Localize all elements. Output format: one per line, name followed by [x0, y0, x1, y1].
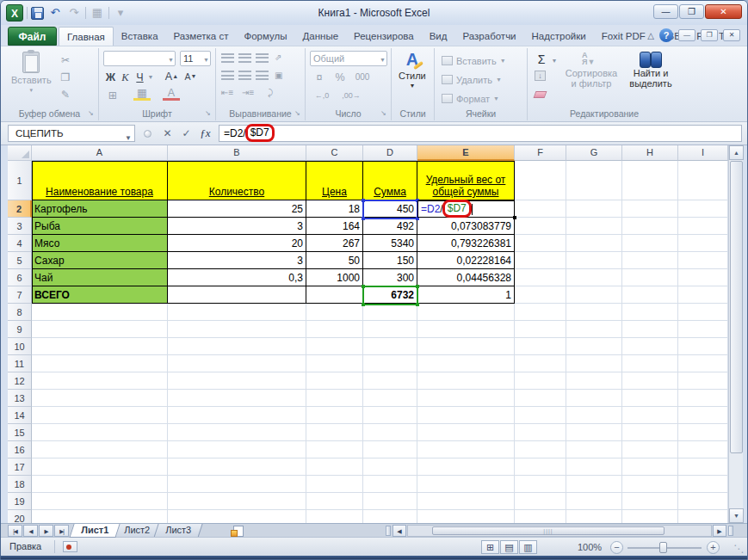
align-bottom-icon[interactable] — [256, 53, 269, 63]
cell-D7[interactable]: 6732 — [363, 286, 417, 304]
ribbon-tab-разметка-ст[interactable]: Разметка ст — [166, 27, 237, 46]
ribbon-tab-надстройки[interactable]: Надстройки — [524, 27, 594, 46]
cell-B3[interactable]: 3 — [168, 218, 306, 235]
font-color-button[interactable]: А — [163, 88, 180, 101]
hscroll-left-button[interactable]: ◀ — [393, 525, 406, 537]
vertical-scrollbar[interactable]: ▲ ▼ — [728, 145, 743, 523]
column-header-i[interactable]: I — [678, 145, 728, 161]
row-header-20[interactable]: 20 — [8, 510, 32, 523]
ribbon-tab-главная[interactable]: Главная — [59, 27, 114, 46]
formula-bar-splitter[interactable] — [144, 130, 151, 138]
minimize-button[interactable]: — — [653, 4, 678, 19]
autosum-dropdown[interactable]: ▼ — [551, 53, 558, 69]
workbook-restore-button[interactable]: ❐ — [701, 29, 718, 41]
zoom-in-button[interactable]: + — [707, 541, 720, 554]
workbook-close-button[interactable]: ✕ — [723, 29, 740, 41]
column-header-e[interactable]: E — [417, 145, 515, 161]
row-header-12[interactable]: 12 — [8, 372, 32, 390]
accounting-format-button[interactable]: ¤ — [311, 70, 328, 85]
column-header-c[interactable]: C — [306, 145, 363, 161]
align-left-icon[interactable] — [221, 71, 234, 80]
name-box[interactable]: СЦЕПИТЬ▼ — [8, 125, 135, 142]
cell-A4[interactable]: Мясо — [32, 235, 168, 252]
italic-button[interactable]: К — [119, 70, 132, 85]
cell-E4[interactable]: 0,793226381 — [417, 235, 515, 252]
sheet-tab-лист1[interactable]: Лист1 — [69, 524, 120, 538]
row-header-4[interactable]: 4 — [8, 235, 32, 252]
autosum-button[interactable]: Σ — [533, 52, 550, 67]
fill-button[interactable]: ↓ — [535, 71, 546, 81]
cell-C1[interactable]: Цена — [306, 161, 363, 200]
save-button[interactable] — [31, 7, 44, 20]
fill-color-button[interactable]: ▦ — [133, 88, 151, 101]
increase-decimal-button[interactable]: ←,0 — [311, 88, 333, 103]
copy-button[interactable]: ❐ — [58, 71, 73, 85]
cell-E7[interactable]: 1 — [417, 286, 515, 304]
row-header-1[interactable]: 1 — [8, 161, 32, 200]
align-middle-icon[interactable] — [238, 53, 251, 63]
sheet-tab-лист3[interactable]: Лист3 — [154, 524, 203, 538]
cell-C5[interactable]: 50 — [306, 252, 363, 269]
normal-view-button[interactable]: ⊞ — [481, 540, 499, 554]
close-button[interactable]: ✕ — [705, 4, 742, 19]
column-header-g[interactable]: G — [566, 145, 622, 161]
zoom-out-button[interactable]: − — [610, 541, 623, 554]
tab-split-handle[interactable] — [386, 526, 391, 536]
ribbon-tab-foxit-pdf[interactable]: Foxit PDF — [594, 27, 653, 46]
help-icon[interactable]: ? — [659, 28, 673, 42]
decrease-decimal-button[interactable]: ,00→ — [338, 88, 364, 103]
align-center-icon[interactable] — [238, 71, 251, 80]
cell-B1[interactable]: Количество — [168, 161, 306, 200]
ribbon-tab-вставка[interactable]: Вставка — [114, 27, 166, 46]
collapse-ribbon-icon[interactable]: △ — [647, 31, 654, 40]
zoom-level[interactable]: 100% — [578, 542, 602, 552]
sort-filter-button[interactable]: АЯ▼ Сортировка и фильтр — [564, 52, 619, 89]
cell-B7[interactable] — [168, 286, 306, 304]
ribbon-tab-разработчи[interactable]: Разработчи — [455, 27, 524, 46]
wrap-text-button[interactable]: ⤸ — [268, 88, 273, 98]
file-tab[interactable]: Файл — [8, 27, 57, 46]
underline-button[interactable]: Ч — [133, 70, 146, 85]
insert-cells-button[interactable]: Вставить ▼ — [442, 53, 506, 68]
underline-dropdown[interactable]: ▼ — [147, 70, 154, 85]
row-header-14[interactable]: 14 — [8, 407, 32, 424]
next-sheet-button[interactable]: ▶ — [39, 525, 53, 537]
page-break-view-button[interactable]: ▥ — [519, 540, 537, 554]
cell-D6[interactable]: 300 — [363, 269, 417, 286]
cell-C3[interactable]: 164 — [306, 218, 363, 235]
select-all-corner[interactable] — [8, 145, 32, 161]
cell-C2[interactable]: 18 — [306, 200, 363, 218]
column-header-d[interactable]: D — [363, 145, 417, 161]
cell-D1[interactable]: Сумма — [363, 161, 417, 200]
row-header-17[interactable]: 17 — [8, 458, 32, 476]
insert-function-button[interactable]: ƒx — [197, 126, 213, 141]
ribbon-tab-данные[interactable]: Данные — [295, 27, 347, 46]
cell-E2[interactable]: =D2/$D7 — [417, 200, 515, 218]
restore-button[interactable]: ❐ — [679, 4, 704, 19]
format-cells-button[interactable]: Формат ▼ — [442, 91, 499, 106]
alignment-dialog-launcher[interactable]: ↘ — [294, 110, 302, 118]
grow-font-button[interactable]: А▲ — [164, 69, 179, 84]
cell-E6[interactable]: 0,04456328 — [417, 269, 515, 286]
ribbon-tab-рецензирова[interactable]: Рецензирова — [346, 27, 422, 46]
scroll-up-button[interactable]: ▲ — [729, 145, 744, 160]
cell-A7[interactable]: ВСЕГО — [32, 286, 168, 304]
number-dialog-launcher[interactable]: ↘ — [380, 110, 388, 118]
column-header-b[interactable]: B — [168, 145, 306, 161]
row-header-2[interactable]: 2 — [8, 200, 32, 218]
macro-record-button[interactable] — [63, 541, 77, 552]
formula-input[interactable]: =D2/$D7 — [219, 125, 742, 142]
cell-C7[interactable] — [306, 286, 363, 304]
cell-E1[interactable]: Удельный вес от общей суммы — [417, 161, 515, 200]
cell-C4[interactable]: 267 — [306, 235, 363, 252]
delete-cells-button[interactable]: Удалить ▼ — [442, 72, 502, 87]
increase-indent-button[interactable]: ⇥≡ — [242, 88, 254, 97]
page-layout-view-button[interactable]: ▤ — [500, 540, 518, 554]
ribbon-tab-вид[interactable]: Вид — [422, 27, 455, 46]
last-sheet-button[interactable]: ▶| — [54, 525, 69, 537]
undo-button[interactable]: ↶ — [47, 5, 63, 21]
row-header-15[interactable]: 15 — [8, 424, 32, 441]
insert-sheet-button[interactable] — [230, 524, 250, 537]
font-name-combo[interactable]: ▼ — [103, 51, 176, 66]
excel-app-icon[interactable]: X — [6, 4, 23, 22]
